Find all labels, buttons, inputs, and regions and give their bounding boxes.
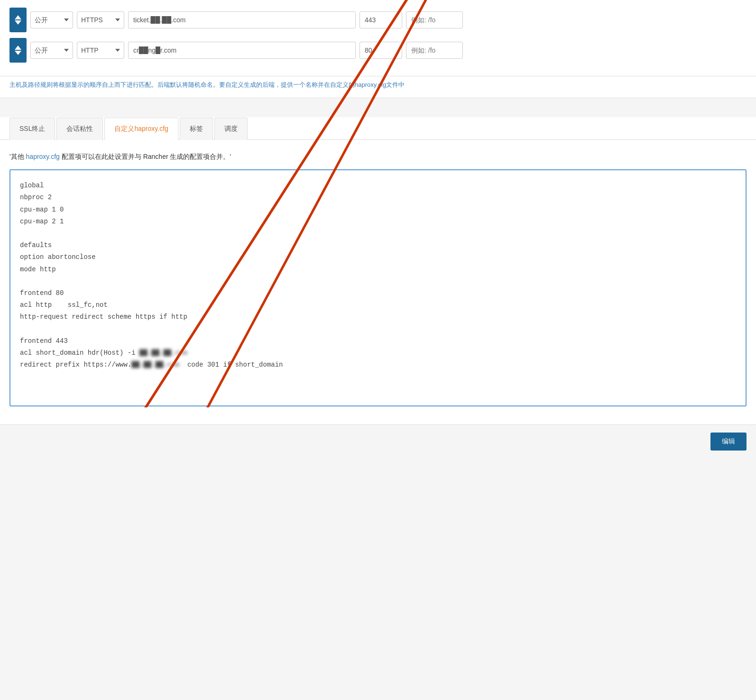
- tabs-section: SSL终止 会话粘性 自定义haproxy.cfg 标签 调度: [0, 117, 756, 140]
- code-line-14: frontend 443: [20, 335, 736, 347]
- tab-sticky[interactable]: 会话粘性: [56, 118, 103, 140]
- access-select-2[interactable]: 公开 内部: [30, 42, 73, 59]
- sort-button-2[interactable]: [9, 38, 27, 63]
- arrow-down-icon: [15, 20, 21, 25]
- code-line-6: defaults: [20, 239, 736, 251]
- arrow-up-icon-2: [15, 46, 21, 50]
- tab-schedule[interactable]: 调度: [214, 118, 248, 140]
- spacer: [0, 98, 756, 117]
- code-line-11: acl http ssl_fc,not: [20, 299, 736, 311]
- protocol-select-2[interactable]: HTTP HTTPS TCP: [77, 42, 124, 59]
- code-line-5: [20, 228, 736, 239]
- protocol-select-1[interactable]: HTTPS HTTP TCP: [77, 11, 124, 28]
- code-line-3: cpu-map 1 0: [20, 204, 736, 216]
- code-line-8: mode http: [20, 264, 736, 276]
- top-section: 公开 内部 HTTPS HTTP TCP 公开 内部 HTTP HTTPS TC…: [0, 0, 756, 76]
- path-input-1[interactable]: [406, 11, 463, 28]
- code-line-13: [20, 323, 736, 335]
- code-editor[interactable]: global nbproc 2 cpu-map 1 0 cpu-map 2 1 …: [9, 169, 747, 406]
- port-input-1[interactable]: [360, 11, 402, 28]
- tab-ssl[interactable]: SSL终止: [9, 118, 55, 140]
- code-line-10: frontend 80: [20, 287, 736, 299]
- info-text: 主机及路径规则将根据显示的顺序自上而下进行匹配。后端默认将随机命名。要自定义生成…: [0, 76, 756, 98]
- code-line-7: option abortonclose: [20, 251, 736, 263]
- tab-haproxy[interactable]: 自定义haproxy.cfg: [104, 118, 178, 140]
- path-input-2[interactable]: [406, 42, 463, 59]
- code-line-4: cpu-map 2 1: [20, 216, 736, 228]
- row-2: 公开 内部 HTTP HTTPS TCP: [9, 38, 747, 63]
- access-select-1[interactable]: 公开 内部: [30, 11, 73, 28]
- tabs-bar: SSL终止 会话粘性 自定义haproxy.cfg 标签 调度: [9, 117, 747, 139]
- description-text: '其他 haproxy.cfg 配置项可以在此处设置并与 Rancher 生成的…: [9, 151, 747, 162]
- code-line-1: global: [20, 180, 736, 192]
- tab-labels[interactable]: 标签: [180, 118, 213, 140]
- haproxy-cfg-link[interactable]: haproxy.cfg: [26, 153, 60, 160]
- main-content: '其他 haproxy.cfg 配置项可以在此处设置并与 Rancher 生成的…: [0, 140, 756, 424]
- code-line-16: redirect prefix https://www.██.██.██.com…: [20, 359, 736, 371]
- code-line-15: acl short_domain hdr(Host) -i ██.██.██.c…: [20, 347, 736, 359]
- arrow-down-icon-2: [15, 51, 21, 55]
- domain-input-2[interactable]: [128, 42, 356, 59]
- edit-button[interactable]: 编辑: [710, 433, 747, 451]
- port-input-2[interactable]: [360, 42, 402, 59]
- domain-input-1[interactable]: [128, 11, 356, 28]
- code-line-12: http-request redirect scheme https if ht…: [20, 311, 736, 323]
- code-line-9: [20, 276, 736, 287]
- sort-button-1[interactable]: [9, 8, 27, 32]
- code-line-2: nbproc 2: [20, 192, 736, 203]
- bottom-bar: 编辑: [0, 424, 756, 458]
- row-1: 公开 内部 HTTPS HTTP TCP: [9, 8, 747, 32]
- arrow-up-icon: [15, 15, 21, 19]
